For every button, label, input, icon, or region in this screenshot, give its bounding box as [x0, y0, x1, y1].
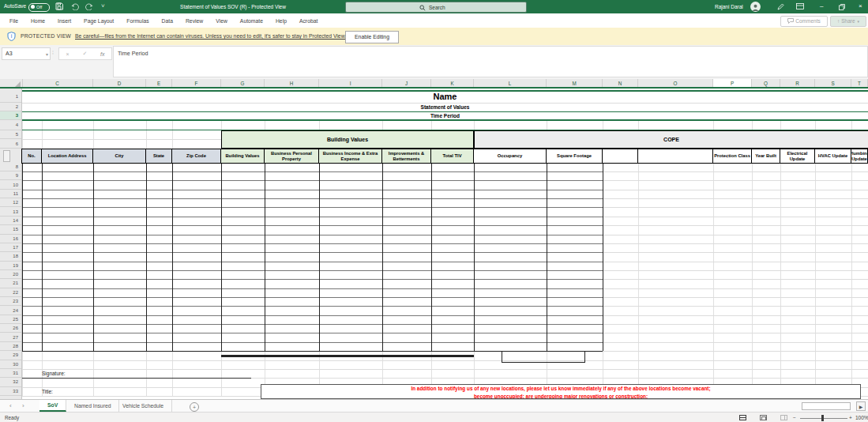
formula-input[interactable]: Time Period	[113, 46, 868, 77]
row-header-16[interactable]: 16	[0, 235, 21, 243]
autosave-toggle[interactable]: Off	[28, 3, 50, 12]
confirm-entry-icon[interactable]: ✓	[82, 51, 87, 57]
close-button[interactable]: ×	[859, 3, 862, 9]
scroll-right-button[interactable]: ▶	[856, 401, 866, 411]
row-header-8[interactable]: 8	[0, 163, 21, 171]
row-header-10[interactable]: 10	[0, 180, 21, 189]
page-layout-view-icon[interactable]	[760, 415, 767, 420]
name-box[interactable]: A3 ▾	[2, 47, 51, 60]
zoom-slider-handle[interactable]	[821, 415, 824, 421]
table-header-building-values[interactable]: Building Values	[220, 149, 265, 164]
sheet-nav-left-icon[interactable]: ‹	[9, 403, 12, 409]
row-header-27[interactable]: 27	[0, 333, 21, 341]
row-header-3[interactable]: 3	[0, 111, 21, 120]
redo-icon[interactable]	[85, 3, 93, 10]
zoom-out-icon[interactable]: −	[793, 415, 796, 420]
table-header-business-income-extra-expense[interactable]: Business Income & Extra Expense	[318, 149, 382, 164]
restore-button[interactable]	[839, 4, 845, 10]
menu-tab-automate[interactable]: Automate	[234, 18, 269, 24]
zoom-level[interactable]: 100%	[855, 415, 868, 420]
menu-tab-help[interactable]: Help	[269, 18, 293, 24]
sheet-tab-vehicle-schedule[interactable]: Vehicle Schedule	[115, 400, 172, 412]
pen-mode-icon[interactable]	[777, 3, 784, 10]
row-header-2[interactable]: 2	[0, 103, 21, 111]
normal-view-icon[interactable]	[739, 415, 746, 420]
row-header-28[interactable]: 28	[0, 342, 21, 351]
cell-time-period-selected[interactable]: Time Period	[22, 111, 868, 120]
row-header-11[interactable]: 11	[0, 190, 21, 198]
table-header-zip-code[interactable]: Zip Code	[171, 149, 221, 164]
undo-icon[interactable]	[71, 3, 79, 10]
table-header-blank-12[interactable]	[602, 149, 638, 164]
table-header-improvements-betterments[interactable]: Improvements & Betterments	[381, 149, 431, 164]
save-icon[interactable]	[55, 2, 63, 10]
table-header-total-tiv[interactable]: Total TIV	[430, 149, 474, 164]
search-input[interactable]: Search	[345, 2, 527, 13]
row-header-22[interactable]: 22	[0, 288, 21, 297]
share-button[interactable]: ↑ Share ▾	[830, 16, 866, 27]
zoom-in-icon[interactable]: +	[849, 415, 852, 420]
minimize-button[interactable]: –	[820, 3, 823, 9]
comments-button[interactable]: Comments	[780, 16, 828, 27]
name-box-dropdown-icon[interactable]: ▾	[46, 51, 48, 57]
row-header-9[interactable]: 9	[0, 171, 21, 180]
row-header-31[interactable]: 31	[0, 369, 21, 378]
row-header-18[interactable]: 18	[0, 252, 21, 261]
table-header-business-personal-property[interactable]: Business Personal Property	[264, 149, 319, 164]
menu-tab-view[interactable]: View	[209, 18, 234, 24]
enable-editing-button[interactable]: Enable Editing	[345, 31, 399, 43]
row-header-19[interactable]: 19	[0, 262, 21, 270]
ribbon-display-options-icon[interactable]	[796, 3, 804, 9]
table-header-no-[interactable]: No.	[21, 149, 42, 164]
avatar[interactable]	[750, 2, 761, 12]
building-values-group-header[interactable]: Building Values	[221, 130, 474, 149]
table-header-plumbing-update[interactable]: Plumbing Update	[851, 149, 868, 164]
table-header-occupancy[interactable]: Occupancy	[473, 149, 547, 164]
row-header-26[interactable]: 26	[0, 324, 21, 333]
sheet-nav-right-icon[interactable]: ›	[22, 403, 24, 409]
row-header-15[interactable]: 15	[0, 225, 21, 234]
row-header-21[interactable]: 21	[0, 279, 21, 288]
row-header-14[interactable]: 14	[0, 217, 21, 225]
table-header-city[interactable]: City	[92, 149, 146, 164]
title-label[interactable]: Title:	[42, 389, 53, 394]
row-header-29[interactable]: 29	[0, 351, 21, 360]
page-break-view-icon[interactable]	[780, 415, 787, 420]
menu-tab-home[interactable]: Home	[24, 18, 51, 24]
table-header-hvac-update[interactable]: HVAC Update	[814, 149, 851, 164]
table-header-square-footage[interactable]: Square Footage	[546, 149, 603, 164]
zoom-slider-track[interactable]	[800, 418, 847, 419]
table-header-protection-class[interactable]: Protection Class	[712, 149, 752, 164]
sheet-tab-sov[interactable]: SoV	[39, 400, 66, 412]
table-header-location-address[interactable]: Location Address	[41, 149, 93, 164]
menu-tab-acrobat[interactable]: Acrobat	[293, 18, 324, 24]
menu-tab-insert[interactable]: Insert	[51, 18, 77, 24]
insert-function-icon[interactable]: fx	[100, 51, 104, 57]
menu-tab-data[interactable]: Data	[156, 18, 179, 24]
row-header-24[interactable]: 24	[0, 306, 21, 315]
row-header-12[interactable]: 12	[0, 198, 21, 207]
row-header-33[interactable]: 33	[0, 387, 21, 396]
row-header-17[interactable]: 17	[0, 243, 21, 252]
user-name[interactable]: Rajani Daral	[715, 4, 743, 9]
menu-tab-page-layout[interactable]: Page Layout	[77, 18, 120, 24]
cell-statement-of-values[interactable]: Statement of Values	[22, 103, 868, 111]
row-header-23[interactable]: 23	[0, 297, 21, 306]
table-header-year-built[interactable]: Year Built	[751, 149, 780, 164]
menu-tab-formulas[interactable]: Formulas	[120, 18, 155, 24]
row-header-6[interactable]: 6	[0, 139, 21, 149]
row-header-4[interactable]: 4	[0, 120, 21, 130]
row-header-32[interactable]: 32	[0, 378, 21, 386]
signature-label[interactable]: Signature:	[42, 371, 66, 376]
row-header-5[interactable]: 5	[0, 130, 21, 139]
menu-tab-review[interactable]: Review	[179, 18, 209, 24]
new-sheet-button[interactable]: +	[190, 402, 199, 412]
row-header-1[interactable]: 1	[0, 90, 21, 103]
cell-name-title[interactable]: Name	[22, 90, 868, 103]
vacancy-notice-cell[interactable]: In addition to notifying us of any new l…	[261, 384, 861, 399]
cancel-entry-icon[interactable]: ×	[66, 51, 69, 57]
table-header-electrical-update[interactable]: Electrical Update	[780, 149, 815, 164]
table-header-blank-13[interactable]	[637, 149, 713, 164]
horizontal-scrollbar-thumb[interactable]	[802, 402, 851, 410]
row-header-25[interactable]: 25	[0, 315, 21, 324]
